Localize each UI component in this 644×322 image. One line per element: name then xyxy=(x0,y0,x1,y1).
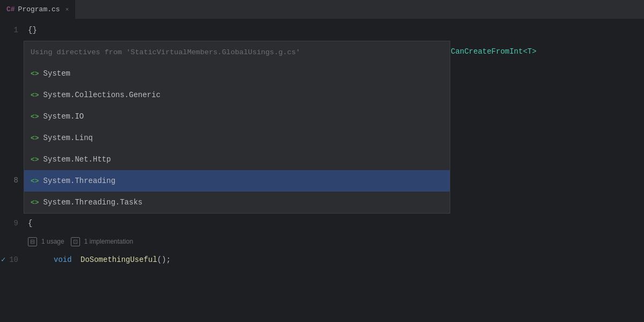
dropdown-item-collections-generic[interactable]: <> System.Collections.Generic xyxy=(24,84,450,106)
void-method-line: void DoSomethingUseful (); xyxy=(24,255,171,264)
method-suffix: (); xyxy=(157,255,171,264)
namespace-label-threading: System.Threading xyxy=(43,177,115,185)
line-number-10: 10 ✓ xyxy=(0,249,24,270)
code-area: 1 {} Using directives from 'StaticVirtua… xyxy=(0,19,644,322)
tab-bar: C# Program.cs × xyxy=(0,0,644,19)
dropdown-item-linq[interactable]: <> System.Linq xyxy=(24,127,450,149)
namespace-label-collections: System.Collections.Generic xyxy=(43,91,160,99)
right-side-content: CanCreateFromInt<T> xyxy=(451,41,537,62)
line-content-1: {} xyxy=(24,19,644,41)
dropdown-item-nethttp[interactable]: <> System.Net.Http xyxy=(24,149,450,170)
impl-count: 1 implementation xyxy=(84,238,133,245)
code-line-1: 1 {} xyxy=(0,19,644,41)
dropdown-item-threading-tasks[interactable]: <> System.Threading.Tasks xyxy=(24,192,450,213)
program-cs-tab[interactable]: C# Program.cs × xyxy=(0,0,76,19)
namespace-label-system: System xyxy=(43,69,70,78)
tab-filename: Program.cs xyxy=(18,5,60,13)
csharp-icon: C# xyxy=(6,5,15,13)
editor-window: C# Program.cs × 1 {} Using directives fr… xyxy=(0,0,644,322)
namespace-icon-threading: <> xyxy=(31,177,39,185)
impl-icon: ⊡ xyxy=(71,237,80,246)
namespace-icon-system: <> xyxy=(31,70,39,78)
namespace-icon-collections: <> xyxy=(31,91,39,99)
method-name: DoSomethingUseful xyxy=(80,255,157,264)
autocomplete-dropdown[interactable]: Using directives from 'StaticVirtualMemb… xyxy=(24,41,450,214)
using-directives-text: Using directives from 'StaticVirtualMemb… xyxy=(31,48,300,56)
dropdown-item-threading[interactable]: <> System.Threading xyxy=(24,170,450,192)
namespace-icon-io: <> xyxy=(31,113,39,121)
void-keyword: void xyxy=(54,255,72,264)
tab-close-button[interactable]: × xyxy=(65,6,69,13)
namespace-label-nethttp: System.Net.Http xyxy=(43,155,111,164)
method-space xyxy=(74,255,78,264)
namespace-icon-nethttp: <> xyxy=(31,156,39,164)
editor-body: 1 {} Using directives from 'StaticVirtua… xyxy=(0,19,644,322)
namespace-icon-linq: <> xyxy=(31,134,39,142)
dropdown-info-row: Using directives from 'StaticVirtualMemb… xyxy=(24,41,450,63)
namespace-icon-tasks: <> xyxy=(31,199,39,207)
line-number-1: 1 xyxy=(0,19,24,41)
interface-generic-text: CanCreateFromInt<T> xyxy=(451,47,537,56)
usage-icon: ⊟ xyxy=(28,237,37,246)
namespace-label-tasks: System.Threading.Tasks xyxy=(43,198,143,207)
dropdown-item-system[interactable]: <> System xyxy=(24,63,450,84)
open-brace-line9: { xyxy=(24,219,32,228)
line-number-8: 8 xyxy=(0,170,24,191)
checkmark-icon: ✓ xyxy=(1,249,5,270)
code-line-9: 9 { xyxy=(0,213,644,234)
dropdown-item-io[interactable]: <> System.IO xyxy=(24,106,450,127)
namespace-label-linq: System.Linq xyxy=(43,134,93,142)
namespace-label-io: System.IO xyxy=(43,112,84,121)
line-number-9: 9 xyxy=(0,213,24,234)
usage-impl-line: ⊟ 1 usage ⊡ 1 implementation xyxy=(0,234,644,249)
usage-impl-container: ⊟ 1 usage ⊡ 1 implementation xyxy=(24,237,133,246)
usage-count: 1 usage xyxy=(41,238,64,245)
code-line-10: 10 ✓ void DoSomethingUseful (); xyxy=(0,249,644,270)
